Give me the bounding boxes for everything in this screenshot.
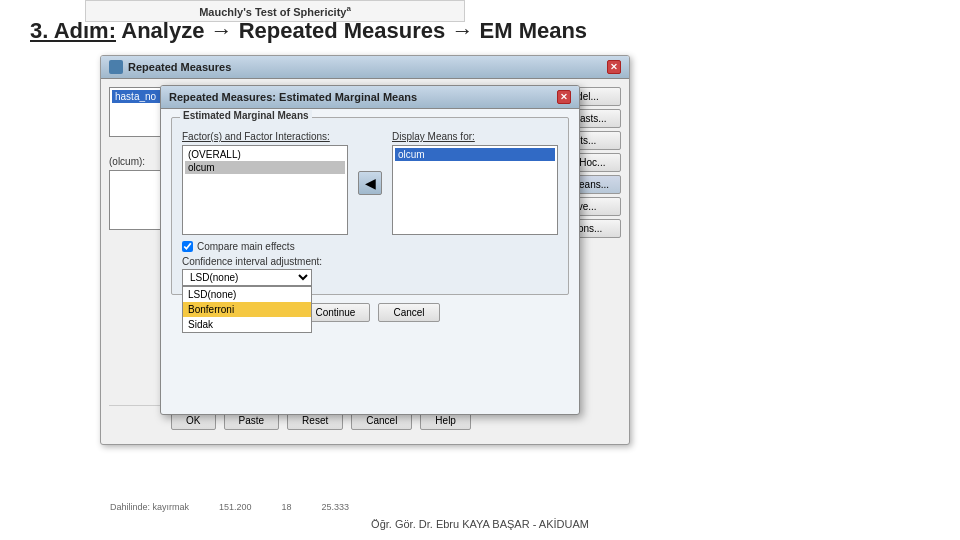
inner-dialog-title: Repeated Measures: Estimated Marginal Me…: [169, 91, 417, 103]
dialog-icon: [109, 60, 123, 74]
mauchlys-header: Mauchly's Test of Sphericitya: [85, 0, 465, 22]
title-rest: Analyze → Repeated Measures → EM Means: [121, 18, 587, 43]
compare-effects-checkbox[interactable]: [182, 241, 193, 252]
group-box-title: Estimated Marginal Means: [180, 110, 312, 121]
opt-bonferroni[interactable]: Bonferroni: [183, 302, 311, 317]
opt-sidak[interactable]: Sidak: [183, 317, 311, 332]
outer-close-button[interactable]: ✕: [607, 60, 621, 74]
inner-dialog: Repeated Measures: Estimated Marginal Me…: [160, 85, 580, 415]
olcum-factor-item[interactable]: olcum: [185, 161, 345, 174]
emm-group-box: Estimated Marginal Means Factor(s) and F…: [171, 117, 569, 295]
olcum-display-item[interactable]: olcum: [395, 148, 555, 161]
compare-effects-row: Compare main effects: [182, 241, 558, 252]
outer-dialog-title: Repeated Measures: [128, 61, 231, 73]
factors-listbox[interactable]: (OVERALL) olcum: [182, 145, 348, 235]
overall-item[interactable]: (OVERALL): [185, 148, 345, 161]
inner-close-button[interactable]: ✕: [557, 90, 571, 104]
ci-row: Confidence interval adjustment: LSD(none…: [182, 256, 558, 286]
move-arrow-button[interactable]: ◀: [358, 171, 382, 195]
factors-col: Factor(s) and Factor Interactions: (OVER…: [182, 131, 348, 235]
ci-dropdown-open[interactable]: LSD(none) Bonferroni Sidak: [182, 286, 312, 333]
display-label: Display Means for:: [392, 131, 558, 142]
footer-text: Öğr. Gör. Dr. Ebru KAYA BAŞAR - AKİDUAM: [371, 518, 589, 530]
display-col: Display Means for: olcum: [392, 131, 558, 235]
compare-effects-label: Compare main effects: [197, 241, 295, 252]
step-label: 3. Adım:: [30, 18, 116, 43]
inner-dialog-titlebar: Repeated Measures: Estimated Marginal Me…: [161, 86, 579, 109]
inner-dialog-body: Estimated Marginal Means Factor(s) and F…: [161, 109, 579, 330]
ci-label: Confidence interval adjustment:: [182, 256, 558, 267]
opt-lsd[interactable]: LSD(none): [183, 287, 311, 302]
outer-dialog-titlebar: Repeated Measures ✕: [101, 56, 629, 79]
arrow-col: ◀: [358, 171, 382, 195]
two-col: Factor(s) and Factor Interactions: (OVER…: [182, 131, 558, 235]
dialog-area: Repeated Measures ✕ hasta_no Within-Subj…: [100, 55, 840, 510]
ci-dropdown[interactable]: LSD(none) Bonferroni Sidak: [182, 269, 312, 286]
bottom-table-hint: Dahilinde: kayırmak 151.200 18 25.333: [110, 502, 349, 512]
inner-cancel-button[interactable]: Cancel: [378, 303, 439, 322]
display-listbox[interactable]: olcum: [392, 145, 558, 235]
factors-label: Factor(s) and Factor Interactions:: [182, 131, 348, 142]
